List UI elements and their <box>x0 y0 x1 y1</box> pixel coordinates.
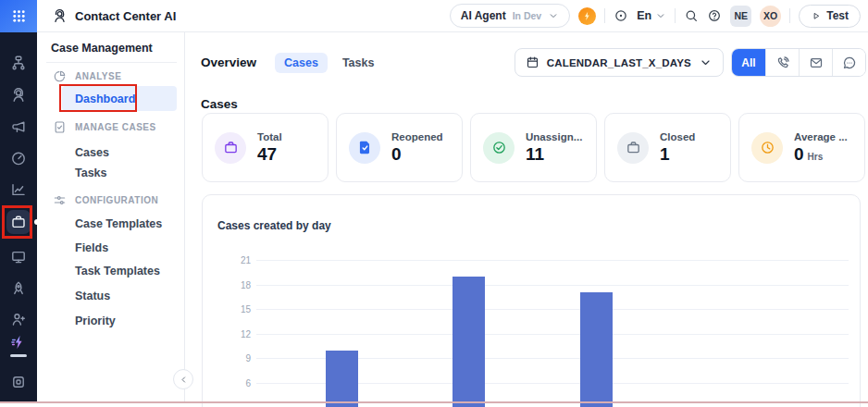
stat-card-label: Total <box>257 131 282 142</box>
stat-card-label: Reopened <box>391 131 443 142</box>
chart-tick-label: 15 <box>216 304 251 314</box>
channel-all-button[interactable]: All <box>732 49 765 76</box>
stat-card-label: Closed <box>660 131 695 142</box>
stat-card-text: Total47 <box>257 131 282 165</box>
bolt-icon <box>581 10 593 22</box>
user-avatar[interactable]: XO <box>760 6 781 27</box>
rail-item-agent[interactable] <box>6 83 31 107</box>
divider <box>604 8 605 23</box>
rail-item-sitemap[interactable] <box>6 51 31 75</box>
stat-card-average: Average ...0Hrs <box>738 113 865 182</box>
channel-voice-button[interactable] <box>765 49 799 76</box>
chat-icon <box>842 56 857 70</box>
tab-cases[interactable]: Cases <box>275 53 328 73</box>
stat-card-icon-wrap <box>617 132 649 164</box>
brand: Contact Center AI <box>52 8 176 24</box>
sidebar-item-fields[interactable]: Fields <box>37 240 177 256</box>
rail-item-briefcase[interactable] <box>6 210 31 234</box>
rail-item-user-add[interactable] <box>6 307 31 331</box>
briefcase-icon <box>10 214 27 230</box>
rail-item-megaphone[interactable] <box>6 115 31 139</box>
help-icon[interactable] <box>707 8 722 23</box>
sidebar-item-dashboard[interactable]: Dashboard <box>62 86 177 111</box>
sidebar-item-case-templates[interactable]: Case Templates <box>37 216 177 232</box>
rail-item-rocket[interactable] <box>6 277 31 301</box>
chart-card: Cases created by day 2118151296 <box>202 194 861 407</box>
user-add-icon <box>10 311 27 327</box>
stat-card-number: 1 <box>660 144 670 165</box>
sidebar-collapse-button[interactable] <box>173 369 193 389</box>
chart-gridline <box>256 334 849 335</box>
headset-agent-icon <box>52 8 68 24</box>
pie-chart-icon <box>53 69 67 83</box>
stat-card-icon-wrap <box>483 132 515 164</box>
search-icon[interactable] <box>684 8 699 23</box>
language-selector[interactable]: En <box>637 9 666 22</box>
stat-cards-row: Total47Reopened0Unassign...11Closed1Aver… <box>202 113 865 182</box>
app-rail <box>0 32 37 401</box>
grid-dots-icon <box>11 8 27 24</box>
topbar-actions: AI Agent In Dev En NE XO Test <box>450 4 868 28</box>
chevron-down-icon <box>699 56 713 69</box>
stat-card-label: Unassign... <box>526 131 582 142</box>
sidebar-section-label: CONFIGURATION <box>75 195 158 205</box>
test-button-label: Test <box>826 9 849 22</box>
tab-tasks[interactable]: Tasks <box>342 56 375 69</box>
divider <box>46 62 177 63</box>
divider <box>675 8 676 23</box>
sidebar-item-status[interactable]: Status <box>37 288 177 304</box>
channel-email-button[interactable] <box>799 49 832 76</box>
sitemap-icon <box>10 55 27 71</box>
test-button[interactable]: Test <box>799 5 861 28</box>
tab-overview[interactable]: Overview <box>201 56 256 69</box>
chart-gridline <box>256 260 849 261</box>
rail-item-chip[interactable] <box>6 370 31 394</box>
check-circle-icon <box>491 140 507 155</box>
sidebar-item-cases[interactable]: Cases <box>37 144 177 161</box>
target-icon[interactable] <box>614 8 628 23</box>
sidebar-section-analyse: ANALYSE <box>53 68 121 83</box>
trend-icon <box>10 181 27 198</box>
agent-icon <box>10 87 27 104</box>
stat-card-text: Average ...0Hrs <box>794 131 848 165</box>
agent-selector[interactable]: AI Agent In Dev <box>450 4 570 28</box>
sidebar-item-priority[interactable]: Priority <box>37 313 177 329</box>
stat-card-number: 47 <box>257 144 277 165</box>
agent-status-badge: In Dev <box>513 10 542 21</box>
rail-item-trend[interactable] <box>6 178 31 202</box>
sidebar-section-manage-cases: MANAGE CASES <box>53 119 156 134</box>
stat-card-number: 11 <box>526 144 544 165</box>
megaphone-icon <box>10 118 27 135</box>
divider <box>789 8 790 23</box>
upgrade-button[interactable] <box>578 7 596 25</box>
app-title: Contact Center AI <box>75 9 176 23</box>
rail-item-gauge[interactable] <box>6 146 31 170</box>
date-range-dropdown[interactable]: CALENDAR_LAST_X_DAYS <box>515 48 724 77</box>
stat-card-value: 47 <box>257 144 282 165</box>
clock-icon <box>760 140 775 155</box>
rail-item-flash[interactable] <box>6 330 31 354</box>
main-content: Overview Cases Tasks CALENDAR_LAST_X_DAY… <box>185 32 868 407</box>
briefcase-icon <box>626 140 641 155</box>
app-launcher-button[interactable] <box>0 0 37 32</box>
app-window: Contact Center AI AI Agent In Dev En NE … <box>0 0 868 407</box>
gauge-icon <box>10 150 27 166</box>
sidebar-item-task-templates[interactable]: Task Templates <box>37 263 177 279</box>
channel-chat-button[interactable] <box>832 49 865 76</box>
workspace-badge[interactable]: NE <box>730 6 751 27</box>
bottom-edge-line <box>0 401 868 403</box>
briefcase-icon <box>223 140 239 155</box>
stat-card-icon-wrap <box>751 132 783 164</box>
chart-tick-label: 6 <box>216 378 251 388</box>
chart-gridline <box>256 285 849 286</box>
rail-item-monitor[interactable] <box>6 245 31 269</box>
doc-check-filled-icon <box>357 140 373 155</box>
rail-active-underline <box>10 354 27 357</box>
chart-gridline <box>256 309 849 310</box>
stat-card-reopened: Reopened0 <box>336 113 463 182</box>
date-range-label: CALENDAR_LAST_X_DAYS <box>547 57 691 68</box>
sidebar-section-label: MANAGE CASES <box>75 122 156 132</box>
doc-check-icon <box>53 120 67 134</box>
sidebar-item-tasks[interactable]: Tasks <box>37 165 177 181</box>
stat-card-label: Average ... <box>794 131 848 142</box>
